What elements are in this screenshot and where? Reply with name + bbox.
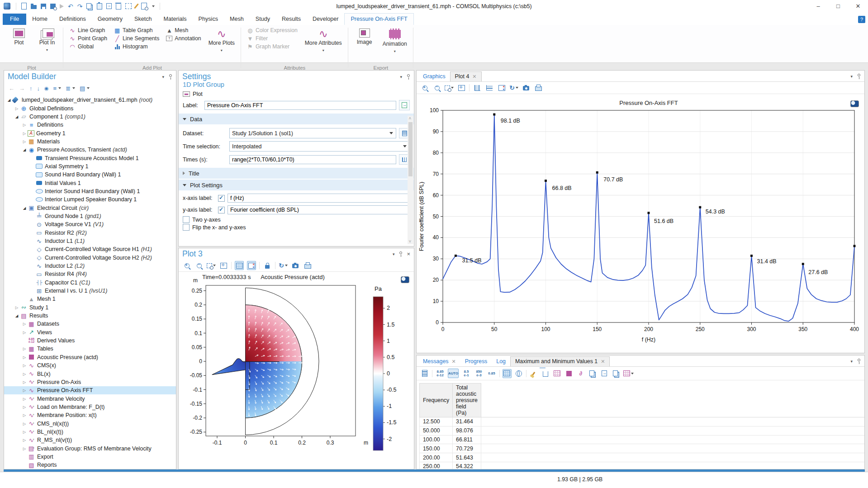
ribbon-tab-home[interactable]: Home: [26, 14, 53, 25]
yaxis-checkbox[interactable]: [218, 207, 225, 213]
tree-item[interactable]: ▷▤*Evaluation Group: RMS of Membrane Vel…: [4, 444, 176, 452]
tree-item[interactable]: Interior Lumped Speaker Boundary 1: [4, 195, 176, 204]
y-grid-button[interactable]: [473, 83, 482, 92]
maximize-button[interactable]: □: [828, 0, 848, 12]
messages-tab-log[interactable]: Log: [492, 357, 510, 366]
expander-icon[interactable]: ▷: [21, 405, 28, 409]
panel-menu-icon[interactable]: ▾: [400, 75, 402, 79]
tree-item[interactable]: ┤├Capacitor C1(C1): [4, 279, 176, 287]
tree-item[interactable]: ◇Current-Controlled Voltage Source H1(H1…: [4, 245, 176, 253]
tree-item[interactable]: ∿Inductor L2(L2): [4, 262, 176, 270]
save-search-icon[interactable]: [50, 4, 56, 9]
table-row[interactable]: 12.50031.464: [420, 417, 865, 426]
zoom-out-button[interactable]: [432, 83, 441, 92]
open-file-icon[interactable]: [31, 5, 37, 9]
fft-chart[interactable]: 0501001502002503003504000102030405060708…: [417, 94, 863, 352]
close-panel-icon[interactable]: ×: [407, 251, 410, 257]
expander-icon[interactable]: ▷: [21, 363, 28, 368]
tree-item[interactable]: ⊞External I vs. U 1(IvsU1): [4, 287, 176, 295]
expander-icon[interactable]: ▷: [21, 422, 28, 426]
two-y-axes-checkbox[interactable]: [183, 216, 190, 223]
annotation-button[interactable]: TAnnotation: [164, 35, 203, 42]
ribbon-tab-materials[interactable]: Materials: [158, 14, 193, 25]
messages-tab-messages[interactable]: Messages✕: [418, 357, 460, 366]
section-plot-settings[interactable]: Plot Settings: [179, 180, 414, 190]
precision-scientific-button[interactable]: 8.85e-12: [435, 369, 445, 378]
tree-item[interactable]: Axial Symmetry 1: [4, 162, 176, 171]
copy-table-button[interactable]: [612, 369, 621, 378]
ribbon-tab-developer[interactable]: Developer: [307, 14, 344, 25]
tree-item[interactable]: ▷▦Tables: [4, 345, 176, 353]
tree-item[interactable]: ▭Resistor R4(R4): [4, 270, 176, 278]
zoom-in-button[interactable]: [182, 261, 191, 270]
expander-icon[interactable]: ▷: [21, 346, 28, 351]
tree-item[interactable]: ▷≡Definitions: [4, 121, 176, 129]
select-box-icon[interactable]: [125, 3, 132, 9]
snapshot-button[interactable]: [291, 261, 300, 270]
expander-icon[interactable]: ◢: [14, 114, 20, 119]
table-row[interactable]: 100.0066.811: [420, 435, 865, 444]
export-table-button[interactable]: [600, 369, 609, 378]
precision-e3-button[interactable]: 850e-3: [474, 369, 484, 378]
close-tab-icon[interactable]: ✕: [601, 359, 605, 365]
expander-icon[interactable]: ▷: [21, 438, 28, 442]
tree-item[interactable]: ▷▦Materials: [4, 137, 176, 146]
expander-icon[interactable]: ▷: [21, 131, 28, 136]
tree-item[interactable]: 8.85e-12Derived Values: [4, 336, 176, 345]
expander-icon[interactable]: ▷: [21, 413, 28, 417]
expander-icon[interactable]: ◢: [21, 206, 28, 210]
show-grid-button[interactable]: [235, 261, 244, 270]
table-row[interactable]: 50.00098.076: [420, 426, 865, 435]
tree-item[interactable]: ▷∿*CMS_nl(x(t)): [4, 419, 176, 427]
table-header[interactable]: Frequency: [420, 384, 453, 417]
table-row[interactable]: 200.0051.643: [420, 453, 865, 462]
show-legend-button[interactable]: [247, 261, 256, 270]
tree-item[interactable]: ▷∿*Membrane Position: x(t): [4, 411, 176, 419]
ribbon-tab-physics[interactable]: Physics: [193, 14, 224, 25]
refresh-plot-button[interactable]: ↻: [509, 83, 518, 92]
unicode-button[interactable]: [514, 369, 523, 378]
dataset-select[interactable]: Study 1/Solution 1 (sol1): [229, 128, 396, 138]
tree-item[interactable]: ▷∾Study 1: [4, 303, 176, 312]
line-segments-button[interactable]: ╱Line Segments: [112, 35, 161, 42]
help-button[interactable]: ?: [858, 16, 865, 23]
lock-axes-button[interactable]: [263, 261, 272, 270]
zoom-extents-button[interactable]: [219, 261, 228, 270]
point-graph-button[interactable]: ∿Point Graph: [67, 35, 109, 42]
ribbon-tab-pressure-on-axis-fft[interactable]: Pressure On-Axis FFT: [344, 13, 413, 25]
full-precision-button[interactable]: [503, 369, 512, 378]
snapshot-button[interactable]: [522, 83, 531, 92]
zoom-box-button[interactable]: [207, 261, 216, 270]
expander-icon[interactable]: ▷: [21, 322, 28, 326]
copy-button[interactable]: [588, 369, 597, 378]
tree-item[interactable]: ▷AGeometry 1: [4, 129, 176, 137]
xaxis-checkbox[interactable]: [218, 195, 225, 202]
back-icon[interactable]: ←: [9, 85, 14, 92]
settings-scrollbar[interactable]: [408, 116, 413, 244]
graphics-tab-graphics[interactable]: Graphics: [418, 72, 450, 81]
table-row[interactable]: 150.0070.729: [420, 444, 865, 453]
delete-icon[interactable]: [116, 4, 121, 9]
print-button[interactable]: [534, 83, 543, 92]
acoustic-pressure-plot[interactable]: 0.250.20.150.10.050-0.05-0.1-0.15-0.2-0.…: [179, 272, 412, 468]
image-button[interactable]: Image: [352, 27, 377, 47]
run-icon[interactable]: [60, 4, 64, 9]
paste-icon[interactable]: [97, 3, 102, 9]
expander-icon[interactable]: ◢: [6, 98, 12, 102]
model-tree-options-icon[interactable]: ▤: [80, 85, 90, 92]
pin-icon[interactable]: [168, 74, 172, 80]
undo-icon[interactable]: ↶: [68, 3, 73, 9]
time-selection-select[interactable]: Interpolated: [229, 141, 410, 152]
ribbon-tab-geometry[interactable]: Geometry: [92, 14, 128, 25]
zoom-in-button[interactable]: [420, 83, 429, 92]
minimize-button[interactable]: –: [808, 0, 828, 12]
tree-item[interactable]: Initial Values 1: [4, 179, 176, 187]
mesh-plot-button[interactable]: ▲Mesh: [164, 27, 203, 34]
show-legend-button[interactable]: [497, 83, 506, 92]
table-graph-button[interactable]: ▦Table Graph: [112, 27, 161, 34]
zoom-out-button[interactable]: [194, 261, 204, 270]
duplicate-icon[interactable]: [106, 3, 112, 9]
tree-item[interactable]: ▥Export: [4, 453, 176, 461]
forward-icon[interactable]: →: [19, 85, 25, 92]
x-grid-button[interactable]: [485, 83, 494, 92]
